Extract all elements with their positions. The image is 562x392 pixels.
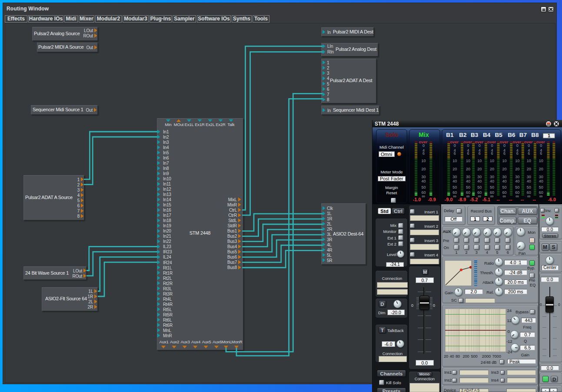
svg-text:30: 30 <box>452 175 457 179</box>
svg-text:40: 40 <box>421 179 426 183</box>
svg-text:6: 6 <box>491 151 493 156</box>
svg-text:30: 30 <box>490 175 494 179</box>
svg-text:B6: B6 <box>508 132 515 138</box>
svg-text:40: 40 <box>515 179 519 183</box>
svg-text:10: 10 <box>466 159 470 163</box>
svg-text:∞: ∞ <box>478 193 481 199</box>
svg-text:∞: ∞ <box>527 193 531 199</box>
svg-text:30: 30 <box>527 175 531 179</box>
svg-text:6: 6 <box>528 151 530 156</box>
svg-text:50: 50 <box>466 185 470 189</box>
svg-text:0: 0 <box>503 143 505 148</box>
svg-text:20: 20 <box>466 167 470 171</box>
svg-text:B5: B5 <box>495 132 503 138</box>
svg-text:20: 20 <box>527 167 531 171</box>
svg-text:∞: ∞ <box>515 193 519 199</box>
svg-text:10: 10 <box>539 159 543 163</box>
svg-text:∞: ∞ <box>453 193 456 199</box>
svg-text:0: 0 <box>467 143 469 148</box>
svg-text:20: 20 <box>490 167 494 171</box>
svg-text:∞: ∞ <box>422 193 426 199</box>
svg-text:-0.9: -0.9 <box>428 197 436 202</box>
svg-text:--: -- <box>496 197 500 202</box>
svg-text:-5.1: -5.1 <box>482 197 490 202</box>
svg-text:∞: ∞ <box>503 193 506 199</box>
svg-text:-6.0: -6.0 <box>548 197 556 202</box>
svg-text:10: 10 <box>502 159 506 163</box>
svg-text:-8.9: -8.9 <box>458 197 466 202</box>
svg-text:0: 0 <box>491 143 493 148</box>
svg-text:40: 40 <box>502 179 506 183</box>
svg-text:20: 20 <box>502 167 506 171</box>
svg-text:∞: ∞ <box>466 193 470 199</box>
svg-text:0: 0 <box>479 143 481 148</box>
svg-text:6: 6 <box>467 151 469 156</box>
svg-text:40: 40 <box>452 179 457 183</box>
svg-text:Solo: Solo <box>385 131 398 138</box>
svg-text:6: 6 <box>454 151 456 156</box>
svg-text:--: -- <box>521 197 524 202</box>
svg-text:0: 0 <box>422 143 425 148</box>
svg-text:50: 50 <box>502 185 506 189</box>
svg-text:50: 50 <box>539 185 543 189</box>
svg-text:1: 1 <box>548 133 550 138</box>
svg-text:50: 50 <box>477 185 482 189</box>
svg-text:6: 6 <box>516 151 519 156</box>
svg-text:6: 6 <box>422 151 425 156</box>
svg-text:50: 50 <box>490 185 494 189</box>
svg-text:10: 10 <box>421 159 426 163</box>
svg-text:0: 0 <box>540 143 542 148</box>
svg-text:20: 20 <box>452 167 457 171</box>
svg-text:10: 10 <box>515 159 519 163</box>
svg-text:∞: ∞ <box>490 193 494 199</box>
svg-text:50: 50 <box>421 185 426 189</box>
svg-text:30: 30 <box>515 175 519 179</box>
svg-text:20: 20 <box>515 167 519 171</box>
svg-text:40: 40 <box>527 179 531 183</box>
svg-text:B3: B3 <box>471 132 479 138</box>
svg-text:-5.2: -5.2 <box>470 197 478 202</box>
svg-text:-1.0: -1.0 <box>413 197 421 202</box>
svg-text:40: 40 <box>477 179 482 183</box>
svg-text:0: 0 <box>454 143 456 148</box>
svg-text:B8: B8 <box>531 132 539 138</box>
svg-text:10: 10 <box>527 159 531 163</box>
svg-text:6: 6 <box>503 151 505 156</box>
svg-text:20: 20 <box>421 167 426 171</box>
svg-text:50: 50 <box>515 185 519 189</box>
svg-text:20: 20 <box>477 167 482 171</box>
svg-text:6: 6 <box>479 151 481 156</box>
svg-text:-9.0: -9.0 <box>445 197 453 202</box>
svg-text:50: 50 <box>527 185 531 189</box>
svg-text:10: 10 <box>490 159 494 163</box>
svg-text:--: -- <box>509 197 512 202</box>
svg-text:40: 40 <box>466 179 470 183</box>
svg-text:--: -- <box>533 197 536 202</box>
svg-text:0: 0 <box>516 143 519 148</box>
svg-text:B4: B4 <box>483 132 491 138</box>
svg-text:30: 30 <box>477 175 482 179</box>
svg-text:30: 30 <box>502 175 506 179</box>
svg-text:30: 30 <box>539 175 543 179</box>
svg-text:20: 20 <box>539 167 543 171</box>
svg-text:30: 30 <box>466 175 470 179</box>
svg-text:10: 10 <box>477 159 482 163</box>
svg-text:Mix: Mix <box>419 131 429 138</box>
svg-text:6: 6 <box>540 151 542 156</box>
svg-text:50: 50 <box>452 185 457 189</box>
svg-text:B2: B2 <box>459 132 466 138</box>
svg-text:0: 0 <box>528 143 530 148</box>
svg-text:B1: B1 <box>446 132 454 138</box>
svg-text:∞: ∞ <box>539 193 543 199</box>
svg-text:10: 10 <box>452 159 457 163</box>
svg-text:40: 40 <box>539 179 543 183</box>
svg-text:B7: B7 <box>519 132 527 138</box>
svg-text:30: 30 <box>421 175 426 179</box>
svg-text:40: 40 <box>490 179 494 183</box>
